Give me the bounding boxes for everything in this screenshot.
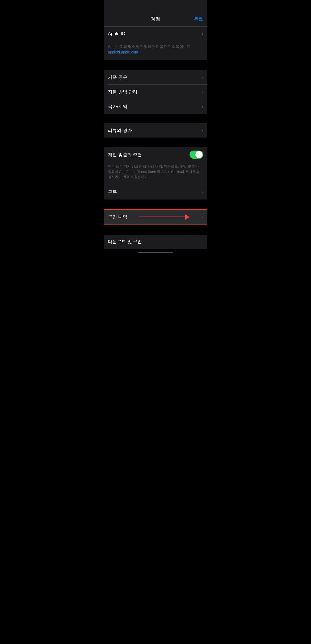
group-separator [104,60,207,70]
personalization-description-text: 이 기능이 켜져 있으면 앱 사용 내역, 다운로드, 구입 및 기타 활동이 … [108,164,200,179]
arrow-line [138,217,186,217]
chevron-icon: › [202,215,203,219]
personalization-label: 개인 맞춤화 추천 [108,152,142,158]
download-label: 다운로드 및 구입 [108,239,142,245]
done-button[interactable]: 완료 [194,16,203,22]
apple-id-info-text: Apple ID 및 암호를 편집하면 다음으로 이동합니다. appleid.… [108,44,192,54]
chevron-icon: › [202,104,203,109]
country-region-item[interactable]: 국가/지역 › [104,99,207,114]
personalization-toggle[interactable] [190,151,203,159]
arrow-head [185,214,190,220]
red-arrow [138,214,190,220]
menu-group: 가족 공유 › 지불 방법 관리 › 국가/지역 › [104,70,207,114]
family-sharing-label: 가족 공유 [108,74,127,80]
apple-id-info: Apple ID 및 암호를 편집하면 다음으로 이동합니다. appleid.… [104,41,207,60]
payment-method-item[interactable]: 지불 방법 관리 › [104,85,207,99]
reviews-item[interactable]: 리뷰와 평가 › [104,123,207,138]
apple-id-link[interactable]: appleid.apple.com [108,50,138,54]
apple-id-row[interactable]: Apple ID I [104,27,207,41]
chevron-icon: › [202,75,203,80]
home-indicator [104,249,207,258]
apple-id-indicator: I [202,32,203,36]
chevron-icon: › [202,90,203,94]
purchase-history-label: 구입 내역 [108,214,127,220]
group-separator-3 [104,138,207,147]
apple-id-label: Apple ID [108,31,125,36]
page-title: 계정 [151,16,160,22]
subscription-label: 구독 [108,189,117,195]
reviews-label: 리뷰와 평가 [108,127,132,134]
payment-method-label: 지불 방법 관리 [108,89,137,95]
purchase-history-item[interactable]: 구입 내역 › [104,209,207,225]
personalization-row[interactable]: 개인 맞춤화 추천 [104,147,207,162]
download-row: 다운로드 및 구입 [104,235,207,249]
country-region-label: 국가/지역 [108,103,127,110]
home-bar [138,252,173,253]
toggle-knob [195,151,203,158]
chevron-icon: › [202,128,203,133]
family-sharing-item[interactable]: 가족 공유 › [104,70,207,84]
group-separator-2 [104,114,207,123]
nav-bar: 계정 완료 [104,12,207,27]
chevron-icon: › [202,190,203,194]
group-separator-4 [104,200,207,209]
group-separator-5 [104,225,207,235]
subscription-item[interactable]: 구독 › [104,185,207,200]
status-bar [104,0,207,12]
personalization-description: 이 기능이 켜져 있으면 앱 사용 내역, 다운로드, 구입 및 기타 활동이 … [104,162,207,185]
